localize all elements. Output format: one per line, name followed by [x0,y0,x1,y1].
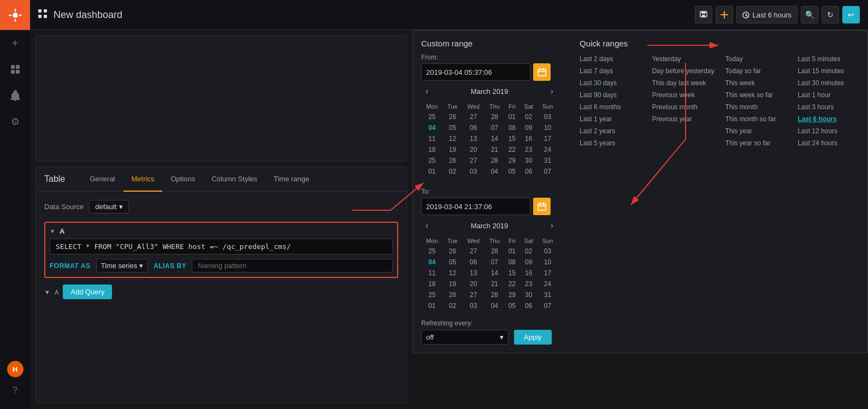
calendar-day[interactable]: 15 [504,268,519,278]
tab-column-styles[interactable]: Column Styles [203,167,265,192]
tab-general[interactable]: General [81,167,123,192]
calendar-day[interactable]: 22 [504,278,519,289]
calendar-day[interactable]: 12 [443,133,463,144]
calendar-day[interactable]: 06 [462,122,485,133]
calendar-day[interactable]: 05 [504,300,519,311]
topbar-save-btn[interactable] [695,6,712,23]
calendar-day[interactable]: 19 [443,278,463,289]
calendar-day[interactable]: 08 [504,122,519,133]
calendar-day[interactable]: 15 [504,133,519,144]
add-query-button[interactable]: Add Query [63,284,112,299]
calendar-day[interactable]: 27 [462,246,485,257]
calendar-day[interactable]: 25 [421,155,443,166]
quick-range-item[interactable]: This year so far [725,138,787,149]
calendar-day[interactable]: 30 [519,289,538,300]
calendar-day[interactable]: 20 [462,144,485,155]
quick-range-item[interactable]: This month so far [725,114,787,125]
quick-range-item[interactable]: Last 2 days [580,54,641,64]
quick-range-item[interactable]: Last 30 minutes [798,78,859,88]
calendar-day[interactable]: 16 [519,268,538,278]
calendar-day[interactable]: 02 [443,166,463,177]
quick-range-item[interactable]: Previous year [652,114,715,125]
refreshing-select[interactable]: off ▾ [421,330,509,345]
calendar-day[interactable]: 13 [462,133,485,144]
quick-range-item[interactable]: This month [725,102,787,112]
calendar-day[interactable]: 17 [538,133,558,144]
calendar-day[interactable]: 27 [462,289,485,300]
calendar-day[interactable]: 22 [504,144,519,155]
quick-range-item[interactable]: Previous week [652,90,715,100]
calendar-day[interactable]: 05 [443,122,463,133]
calendar-day[interactable]: 28 [485,155,504,166]
calendar-day[interactable]: 10 [538,257,558,268]
calendar-day[interactable]: 27 [462,155,485,166]
from-prev-btn[interactable]: ‹ [421,85,433,97]
tab-options[interactable]: Options [162,167,203,192]
topbar-time-range-btn[interactable]: Last 6 hours [736,6,798,23]
quick-range-item[interactable]: This day last week [652,78,715,88]
calendar-day[interactable]: 18 [421,278,443,289]
calendar-day[interactable]: 19 [443,144,463,155]
calendar-day[interactable]: 07 [538,300,558,311]
tab-time-range[interactable]: Time range [265,167,317,192]
calendar-day[interactable]: 28 [485,246,504,257]
quick-range-item[interactable]: Last 15 minutes [798,66,859,76]
calendar-day[interactable]: 06 [519,166,538,177]
calendar-day[interactable]: 02 [519,111,538,122]
quick-range-item[interactable]: Previous month [652,102,715,112]
calendar-day[interactable]: 29 [504,289,519,300]
calendar-day[interactable]: 25 [421,111,443,122]
calendar-day[interactable]: 30 [519,155,538,166]
to-next-btn[interactable]: › [546,220,558,232]
calendar-day[interactable]: 04 [485,300,504,311]
from-next-btn[interactable]: › [546,85,558,97]
calendar-day[interactable]: 11 [421,268,443,278]
calendar-day[interactable]: 08 [504,257,519,268]
sidebar-logo[interactable] [0,0,30,30]
calendar-day[interactable]: 01 [504,111,519,122]
tab-metrics[interactable]: Metrics [123,167,163,192]
sidebar-item-settings[interactable]: ⚙ [0,109,30,135]
calendar-day[interactable]: 11 [421,133,443,144]
calendar-day[interactable]: 03 [462,166,485,177]
calendar-day[interactable]: 03 [538,111,558,122]
calendar-day[interactable]: 26 [443,155,463,166]
calendar-day[interactable]: 04 [485,166,504,177]
calendar-day[interactable]: 07 [538,166,558,177]
quick-range-item[interactable]: This week so far [725,90,787,100]
calendar-day[interactable]: 21 [485,144,504,155]
calendar-day[interactable]: 31 [538,155,558,166]
calendar-day[interactable]: 03 [462,300,485,311]
calendar-day[interactable]: 06 [462,257,485,268]
calendar-day[interactable]: 10 [538,122,558,133]
sidebar-item-add[interactable]: + [0,30,30,56]
calendar-day[interactable]: 13 [462,268,485,278]
format-select[interactable]: Time series ▾ [96,259,149,272]
calendar-day[interactable]: 05 [443,257,463,268]
alias-input[interactable] [192,259,393,272]
quick-range-item[interactable]: Last 2 years [580,126,641,137]
calendar-day[interactable]: 14 [485,268,504,278]
calendar-day[interactable]: 04 [421,122,443,133]
calendar-day[interactable]: 05 [504,166,519,177]
to-datetime-input[interactable] [421,198,530,215]
calendar-day[interactable]: 23 [519,144,538,155]
calendar-day[interactable]: 12 [443,268,463,278]
calendar-day[interactable]: 29 [504,155,519,166]
quick-range-item[interactable]: Day before yesterday [652,66,715,76]
topbar-refresh-btn[interactable]: ↻ [822,6,839,23]
calendar-day[interactable]: 07 [485,257,504,268]
topbar-add-panel-btn[interactable] [716,6,733,23]
query-collapse-btn[interactable]: ▼ [50,228,55,234]
calendar-day[interactable]: 23 [519,278,538,289]
calendar-day[interactable]: 07 [485,122,504,133]
quick-range-item[interactable]: Last 12 hours [798,126,859,137]
quick-range-item[interactable]: This week [725,78,787,88]
quick-range-item[interactable]: This year [725,126,787,137]
calendar-day[interactable]: 26 [443,289,463,300]
calendar-day[interactable]: 24 [538,144,558,155]
calendar-day[interactable]: 06 [519,300,538,311]
quick-range-item[interactable]: Last 24 hours [798,138,859,149]
avatar[interactable]: H [7,361,23,377]
quick-range-item[interactable]: Yesterday [652,54,715,64]
